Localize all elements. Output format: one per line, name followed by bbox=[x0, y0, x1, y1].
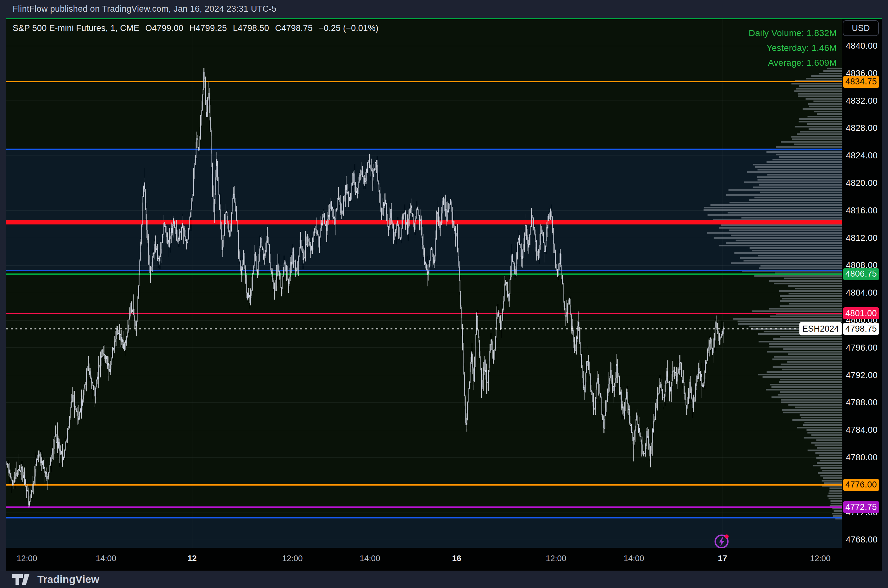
price-tag-4834.75: 4834.75 bbox=[843, 76, 879, 88]
price-tag-4776.00: 4776.00 bbox=[843, 479, 879, 491]
price-tag-4806.75: 4806.75 bbox=[843, 268, 879, 280]
price-tick-label: 4768.00 bbox=[842, 535, 882, 544]
time-tick-label: 17 bbox=[718, 554, 727, 563]
price-tick-label: 4816.00 bbox=[842, 206, 882, 215]
tradingview-logo-icon[interactable] bbox=[12, 574, 32, 585]
price-tick-label: 4824.00 bbox=[842, 151, 882, 160]
price-tag-4772.75: 4772.75 bbox=[843, 501, 879, 513]
time-tick-label: 12:00 bbox=[546, 554, 566, 563]
price-tick-label: 4820.00 bbox=[842, 178, 882, 188]
price-tick-label: 4812.00 bbox=[842, 233, 882, 243]
price-tick-label: 4804.00 bbox=[842, 288, 882, 297]
price-tick-label: 4784.00 bbox=[842, 425, 882, 435]
flash-refresh-icon[interactable] bbox=[713, 532, 731, 550]
chart-plot-area[interactable]: S&P 500 E-mini Futures, 1, CME O4799.00 … bbox=[6, 19, 842, 548]
time-tick-label: 12:00 bbox=[810, 554, 831, 563]
time-tick-label: 16 bbox=[452, 554, 461, 563]
price-tick-label: 4788.00 bbox=[842, 398, 882, 407]
last-price-line bbox=[6, 328, 842, 329]
publish-header: FlintFlow published on TradingView.com, … bbox=[0, 0, 888, 18]
price-tick-label: 4840.00 bbox=[842, 41, 882, 51]
candlestick-series bbox=[6, 19, 842, 548]
price-tick-label: 4796.00 bbox=[842, 343, 882, 352]
price-tick-label: 4832.00 bbox=[842, 96, 882, 106]
branding-text[interactable]: TradingView bbox=[37, 573, 99, 585]
price-tag-4801.00: 4801.00 bbox=[843, 307, 879, 319]
time-tick-label: 12:00 bbox=[282, 554, 303, 563]
price-axis[interactable]: USD 4840.004836.004832.004828.004824.004… bbox=[842, 19, 882, 571]
tradingview-published-chart: FlintFlow published on TradingView.com, … bbox=[0, 0, 888, 588]
time-tick-label: 12:00 bbox=[17, 554, 37, 563]
time-tick-label: 14:00 bbox=[96, 554, 116, 563]
time-tick-label: 14:00 bbox=[360, 554, 380, 563]
price-tick-label: 4828.00 bbox=[842, 123, 882, 133]
branding-bar: TradingView bbox=[0, 571, 888, 588]
time-tick-label: 14:00 bbox=[623, 554, 644, 563]
contract-label-text: ESH2024 bbox=[802, 324, 839, 334]
price-tick-label: 4792.00 bbox=[842, 370, 882, 380]
time-axis[interactable]: 12:0014:001212:0014:001612:0014:001712:0… bbox=[6, 548, 882, 571]
currency-button-label: USD bbox=[852, 23, 870, 33]
time-tick-label: 12 bbox=[188, 554, 197, 563]
publish-header-text: FlintFlow published on TradingView.com, … bbox=[13, 4, 277, 14]
price-tick-label: 4780.00 bbox=[842, 453, 882, 462]
price-tag-4798.75: 4798.75 bbox=[843, 323, 879, 335]
currency-button[interactable]: USD bbox=[843, 20, 879, 36]
contract-label: ESH2024 bbox=[799, 322, 842, 335]
